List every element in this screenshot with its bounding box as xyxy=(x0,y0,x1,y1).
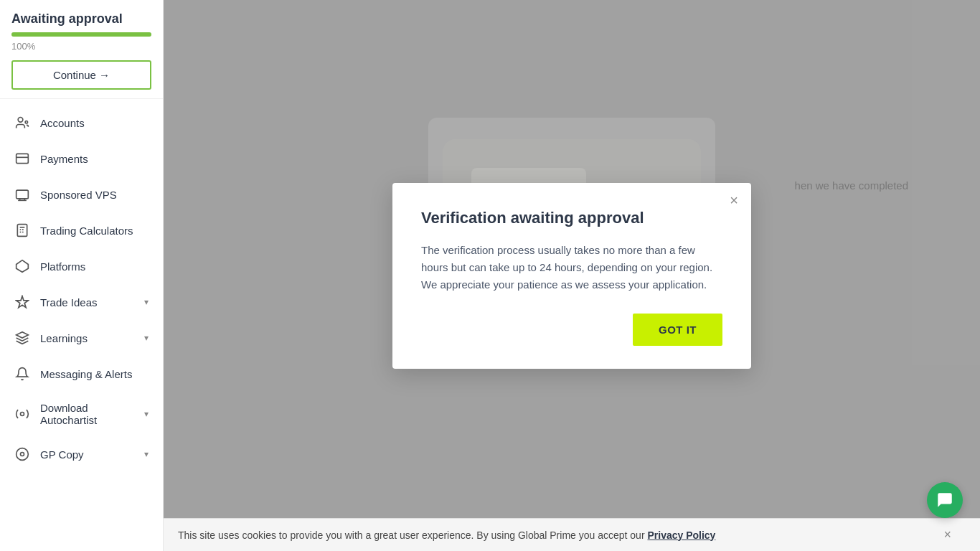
cookie-text: This site uses cookies to provide you wi… xyxy=(178,529,715,541)
sidebar-item-label-platforms: Platforms xyxy=(40,260,149,273)
sidebar-item-learnings[interactable]: Learnings ▾ xyxy=(0,320,163,356)
sidebar-item-label-accounts: Accounts xyxy=(40,117,149,129)
sidebar-nav: Accounts Payments Sponsored VPS xyxy=(0,99,163,551)
sidebar-item-messaging[interactable]: Messaging & Alerts xyxy=(0,356,163,392)
got-it-button[interactable]: GOT IT xyxy=(633,314,722,346)
learnings-chevron: ▾ xyxy=(144,333,149,343)
awaiting-label: Awaiting approval xyxy=(11,11,151,27)
svg-rect-2 xyxy=(17,154,29,163)
verification-modal: × Verification awaiting approval The ver… xyxy=(392,183,751,369)
svg-point-18 xyxy=(21,453,24,456)
sidebar-item-label-calculators: Trading Calculators xyxy=(40,225,149,237)
sidebar-item-accounts[interactable]: Accounts xyxy=(0,105,163,141)
sidebar-item-label-gp-copy: GP Copy xyxy=(40,448,134,461)
sidebar-item-gp-copy[interactable]: GP Copy ▾ xyxy=(0,436,163,472)
modal-close-button[interactable]: × xyxy=(730,193,738,207)
sidebar-item-label-vps: Sponsored VPS xyxy=(40,189,149,201)
payments-icon xyxy=(14,151,30,166)
sidebar-item-sponsored-vps[interactable]: Sponsored VPS xyxy=(0,176,163,212)
sidebar-top: Awaiting approval 100% Continue → xyxy=(0,0,163,99)
trade-ideas-icon xyxy=(14,294,30,310)
cookie-close-button[interactable]: × xyxy=(943,527,951,542)
sidebar: Awaiting approval 100% Continue → Accoun… xyxy=(0,0,164,551)
sidebar-item-platforms[interactable]: Platforms xyxy=(0,248,163,284)
sidebar-item-label-learnings: Learnings xyxy=(40,332,134,344)
trading-calculators-icon xyxy=(14,222,30,238)
progress-pct: 100% xyxy=(11,41,151,52)
platforms-icon xyxy=(14,258,30,274)
sponsored-vps-icon xyxy=(14,187,30,202)
trade-ideas-chevron: ▾ xyxy=(144,297,149,307)
accounts-icon xyxy=(14,115,30,131)
sidebar-item-payments[interactable]: Payments xyxy=(0,141,163,176)
sidebar-item-trade-ideas[interactable]: Trade Ideas ▾ xyxy=(0,284,163,320)
messaging-icon xyxy=(14,366,30,382)
sidebar-item-label-autochartist: Download Autochartist xyxy=(40,402,134,426)
continue-button[interactable]: Continue → xyxy=(11,60,151,90)
svg-point-16 xyxy=(21,413,24,416)
privacy-policy-link[interactable]: Privacy Policy xyxy=(647,529,715,541)
chat-button[interactable] xyxy=(927,482,963,518)
progress-bar-fill xyxy=(11,32,151,37)
sidebar-item-trading-calculators[interactable]: Trading Calculators xyxy=(0,212,163,248)
svg-point-1 xyxy=(25,121,27,123)
modal-footer: GOT IT xyxy=(421,314,722,346)
progress-bar-wrap xyxy=(11,32,151,37)
autochartist-icon xyxy=(14,406,30,422)
cookie-bar: This site uses cookies to provide you wi… xyxy=(164,518,980,551)
svg-point-0 xyxy=(18,118,23,123)
sidebar-item-autochartist[interactable]: Download Autochartist ▾ xyxy=(0,392,163,436)
modal-body: The verification process usually takes n… xyxy=(421,242,722,293)
sidebar-item-label-payments: Payments xyxy=(40,153,149,165)
gp-copy-icon xyxy=(14,446,30,462)
sidebar-item-label-trade-ideas: Trade Ideas xyxy=(40,296,134,309)
modal-title: Verification awaiting approval xyxy=(421,209,722,227)
svg-rect-4 xyxy=(17,190,29,199)
modal-overlay: × Verification awaiting approval The ver… xyxy=(164,0,980,551)
gp-copy-chevron: ▾ xyxy=(144,449,149,459)
autochartist-chevron: ▾ xyxy=(144,409,149,419)
learnings-icon xyxy=(14,330,30,346)
sidebar-item-label-messaging: Messaging & Alerts xyxy=(40,368,149,380)
svg-point-17 xyxy=(17,448,29,461)
